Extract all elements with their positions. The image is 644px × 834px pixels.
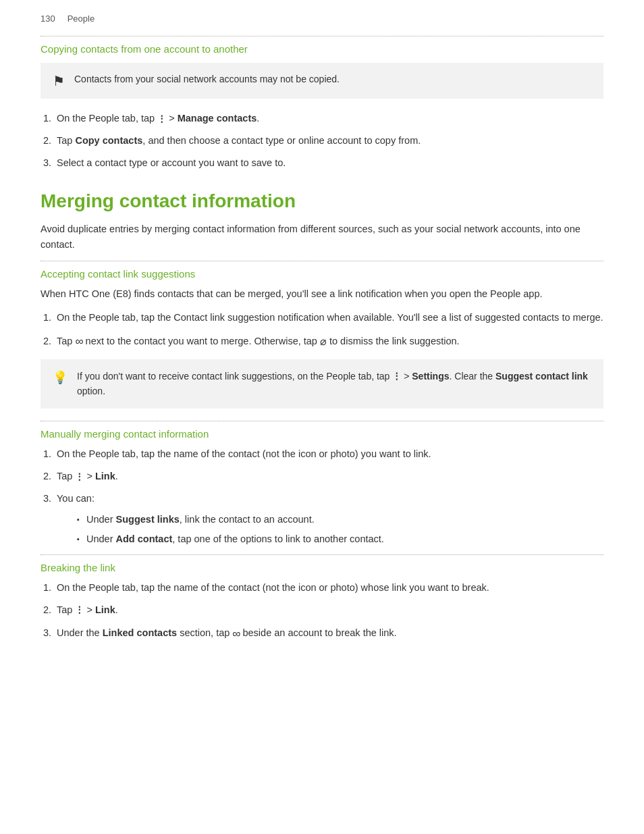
manually-step-1-text: On the People tab, tap the name of the c… [57,448,431,459]
manually-bullets: Under Suggest links, link the contact to… [77,512,603,547]
accepting-step-1-text: On the People tab, tap the Contact link … [57,312,603,323]
accepting-tip-text: If you don't want to receive contact lin… [77,369,591,399]
merging-main-title: Merging contact information [41,190,603,212]
manually-bullet-2: Under Add contact, tap one of the option… [77,531,603,547]
copy-note-text: Contacts from your social network accoun… [74,72,340,86]
section-divider-manually [41,421,603,421]
manually-step-3: You can: Under Suggest links, link the c… [54,491,603,548]
accepting-heading: Accepting contact link suggestions [41,268,603,280]
accepting-steps-list: On the People tab, tap the Contact link … [54,310,603,350]
manually-heading: Manually merging contact information [41,428,603,440]
manually-step-1: On the People tab, tap the name of the c… [54,446,603,462]
section-divider-breaking [41,554,603,555]
accepting-step-1: On the People tab, tap the Contact link … [54,310,603,325]
accepting-tip-box: 💡 If you don't want to receive contact l… [41,359,603,409]
page-header: 130 People [41,14,603,24]
accepting-subsection: Accepting contact link suggestions When … [41,261,603,409]
manually-subsection: Manually merging contact information On … [41,421,603,548]
accepting-step-2: Tap ∞ next to the contact you want to me… [54,332,603,350]
merging-section: Merging contact information Avoid duplic… [41,190,603,644]
copy-step-3-text: Select a contact type or account you wan… [57,157,286,168]
section-divider-accepting [41,261,603,261]
copy-steps-list: On the People tab, tap ⋮ > Manage contac… [54,111,603,172]
breaking-step-1: On the People tab, tap the name of the c… [54,580,603,596]
linked-contacts-icon: ∞ [232,625,240,643]
lightbulb-icon: 💡 [53,370,68,385]
merging-intro: Avoid duplicate entries by merging conta… [41,221,603,253]
page-number: 130 [41,14,55,24]
menu-icon-breaking2: ⋮ [75,603,84,617]
page-title-header: People [68,14,95,24]
manually-steps-list: On the People tab, tap the name of the c… [54,446,603,548]
merge-icon: ∞ [75,332,82,350]
breaking-heading: Breaking the link [41,562,603,573]
copy-section-heading: Copying contacts from one account to ano… [41,43,603,55]
copy-note-box: ⚑ Contacts from your social network acco… [41,63,603,99]
menu-icon-manually2: ⋮ [75,470,84,484]
accepting-intro: When HTC One (E8) finds contacts that ca… [41,286,603,302]
unlink-icon: ⌀ [320,333,327,350]
menu-icon-tip: ⋮ [392,369,401,384]
flag-icon: ⚑ [53,73,65,89]
copy-step-1: On the People tab, tap ⋮ > Manage contac… [54,111,603,126]
section-divider-copy [41,36,603,36]
copy-section: Copying contacts from one account to ano… [41,36,603,172]
breaking-step-2: Tap ⋮ > Link. [54,602,603,618]
copy-step-3: Select a contact type or account you wan… [54,155,603,171]
menu-icon-copy1: ⋮ [157,112,166,126]
breaking-subsection: Breaking the link On the People tab, tap… [41,554,603,644]
breaking-steps-list: On the People tab, tap the name of the c… [54,580,603,644]
breaking-step-1-text: On the People tab, tap the name of the c… [57,582,489,593]
manually-step-2: Tap ⋮ > Link. [54,469,603,484]
copy-step-2: Tap Copy contacts, and then choose a con… [54,133,603,149]
breaking-step-3: Under the Linked contacts section, tap ∞… [54,625,603,643]
manually-bullet-1: Under Suggest links, link the contact to… [77,512,603,527]
